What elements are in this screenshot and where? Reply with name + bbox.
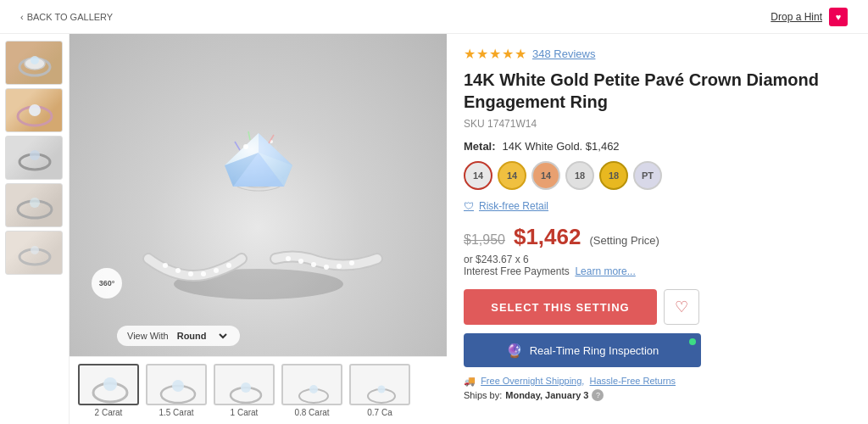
back-to-gallery-link[interactable]: ‹ BACK TO GALLERY: [20, 12, 113, 22]
svg-point-6: [30, 150, 40, 160]
metal-option-yg14[interactable]: 14: [498, 161, 526, 190]
image-column: 360° View With Round Princess Cushion Ov…: [70, 34, 447, 424]
truck-icon: 🚚: [464, 376, 476, 386]
side-thumb-4[interactable]: [5, 183, 63, 227]
main-ring-display: 360° View With Round Princess Cushion Ov…: [70, 34, 447, 356]
metal-row: Metal: 14K White Gold. $1,462: [464, 140, 851, 153]
metal-selected-value: 14K White Gold. $1,462: [503, 140, 620, 153]
svg-point-48: [241, 382, 251, 393]
view-with-control[interactable]: View With Round Princess Cushion Oval: [117, 326, 240, 346]
metal-option-pt[interactable]: PT: [633, 161, 662, 190]
price-row: $1,950 $1,462 (Setting Price): [464, 224, 851, 250]
svg-point-44: [103, 377, 117, 391]
review-count-link[interactable]: 348 Reviews: [532, 47, 595, 60]
svg-point-46: [172, 380, 184, 392]
bt-img-5: [349, 364, 410, 405]
original-price: $1,950: [464, 232, 505, 248]
sku-label: SKU: [464, 118, 485, 130]
side-thumb-2[interactable]: [5, 88, 63, 132]
svg-line-40: [235, 142, 240, 150]
setting-price-label: (Setting Price): [589, 234, 659, 247]
top-nav: ‹ BACK TO GALLERY Drop a Hint ♥: [0, 0, 868, 34]
bt-img-1: [78, 364, 139, 405]
select-setting-button[interactable]: SELECT THIS SETTING: [464, 289, 657, 325]
back-label: BACK TO GALLERY: [27, 12, 114, 22]
free-shipping-link[interactable]: Free Overnight Shipping: [481, 376, 581, 386]
view-with-select[interactable]: Round Princess Cushion Oval: [174, 330, 230, 342]
product-title: 14K White Gold Petite Pavé Crown Diamond…: [464, 69, 851, 113]
svg-point-17: [226, 263, 231, 268]
risk-free-link[interactable]: 🛡 Risk-free Retail: [464, 200, 851, 212]
drop-hint-link[interactable]: Drop a Hint: [771, 11, 822, 23]
bt-label-2: 1.5 Carat: [159, 408, 193, 417]
side-thumb-5[interactable]: [5, 231, 63, 275]
sale-price: $1,462: [514, 224, 581, 250]
bt-thumb-5[interactable]: 0.7 Ca: [349, 364, 410, 417]
bt-label-4: 0.8 Carat: [294, 408, 329, 417]
svg-point-52: [378, 386, 386, 393]
svg-point-22: [337, 264, 342, 269]
interest-free-text: Interest Free Payments: [464, 265, 570, 277]
svg-point-38: [243, 144, 248, 149]
ring-inspection-label: Real-Time Ring Inspection: [530, 344, 659, 357]
sku-value: 17471W14: [487, 118, 537, 130]
bottom-thumbnails: 2 Carat 1.5 Carat 1 Cara: [70, 356, 447, 424]
metal-option-yg18[interactable]: 18: [599, 161, 628, 190]
ships-by-date: Monday, January 3: [505, 390, 588, 400]
chevron-left-icon: ‹: [20, 12, 24, 22]
hassle-free-link[interactable]: Hassle-Free Returns: [590, 376, 676, 386]
risk-free-label: Risk-free Retail: [479, 200, 548, 212]
stars-row: ★★★★★ 348 Reviews: [464, 46, 851, 62]
star-rating: ★★★★★: [464, 46, 527, 62]
main-layout: 360° View With Round Princess Cushion Ov…: [0, 34, 868, 424]
shipping-info: 🚚 Free Overnight Shipping, Hassle-Free R…: [464, 376, 851, 387]
ships-info-icon[interactable]: ?: [592, 389, 604, 401]
drop-hint-area: Drop a Hint ♥: [771, 8, 848, 26]
metal-option-wg18[interactable]: 18: [565, 161, 594, 190]
svg-point-8: [30, 198, 40, 208]
svg-line-41: [248, 131, 250, 140]
wishlist-button[interactable]: ♡: [664, 289, 699, 325]
bt-label-5: 0.7 Ca: [367, 408, 392, 417]
metal-option-wg14[interactable]: 14: [464, 161, 492, 190]
metal-options: 14 14 14 18 18 PT: [464, 161, 851, 190]
svg-point-16: [214, 268, 219, 273]
svg-point-15: [201, 271, 206, 276]
svg-point-20: [311, 262, 316, 267]
sku: SKU 17471W14: [464, 118, 851, 130]
metal-label: Metal:: [464, 140, 496, 153]
side-thumb-3[interactable]: [5, 136, 63, 180]
bt-thumb-1[interactable]: 2 Carat: [78, 364, 139, 417]
svg-point-19: [298, 259, 303, 264]
ring-icon: 🔮: [506, 343, 523, 359]
svg-point-12: [163, 263, 168, 268]
bt-thumb-4[interactable]: 0.8 Carat: [281, 364, 342, 417]
svg-point-2: [31, 56, 39, 64]
thumbnail-sidebar: [0, 34, 70, 424]
btn-row-select: SELECT THIS SETTING ♡: [464, 289, 851, 325]
product-panel: ★★★★★ 348 Reviews 14K White Gold Petite …: [447, 34, 868, 424]
payment-row: or $243.67 x 6 Interest Free Payments Le…: [464, 254, 851, 277]
bt-label-1: 2 Carat: [95, 408, 123, 417]
ships-by-row: Ships by: Monday, January 3 ?: [464, 389, 851, 401]
svg-point-10: [31, 246, 39, 254]
svg-point-14: [188, 271, 193, 276]
metal-option-rg14[interactable]: 14: [531, 161, 560, 190]
ring-inspection-button[interactable]: 🔮 Real-Time Ring Inspection: [464, 333, 701, 367]
360-badge[interactable]: 360°: [92, 268, 122, 298]
shield-icon: 🛡: [464, 200, 474, 212]
ships-by-label: Ships by:: [464, 390, 502, 400]
bt-img-2: [146, 364, 207, 405]
svg-point-21: [324, 265, 329, 270]
side-thumb-1[interactable]: [5, 41, 63, 85]
svg-point-18: [286, 256, 291, 261]
bt-thumb-3[interactable]: 1 Carat: [214, 364, 275, 417]
bt-thumb-2[interactable]: 1.5 Carat: [146, 364, 207, 417]
learn-more-link[interactable]: Learn more...: [575, 265, 635, 277]
view-with-label: View With: [127, 331, 169, 341]
bt-img-3: [214, 364, 275, 405]
heart-hint-icon[interactable]: ♥: [829, 8, 848, 26]
svg-point-13: [175, 268, 181, 273]
payment-text: or $243.67 x 6: [464, 254, 529, 265]
svg-point-4: [29, 104, 41, 116]
